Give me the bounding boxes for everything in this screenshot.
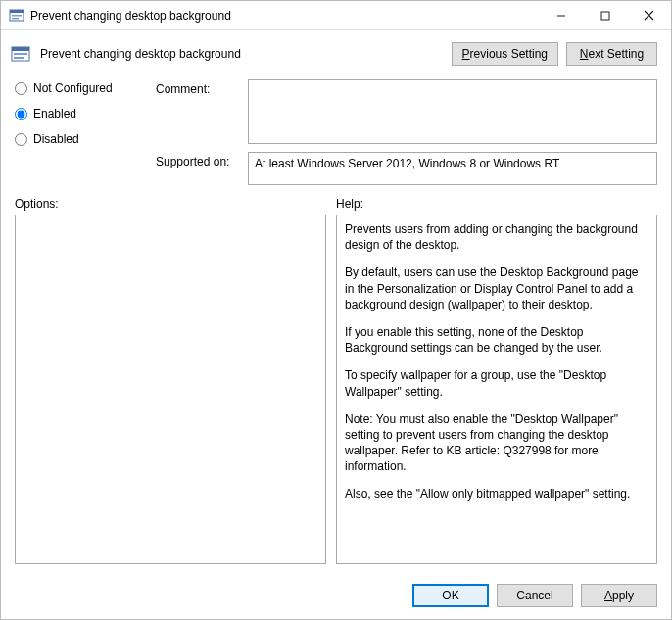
ok-button[interactable]: OK [412,584,489,607]
policy-icon [9,8,24,24]
next-label-rest: ext Setting [588,47,644,61]
options-label: Options: [15,197,336,211]
ok-label: OK [442,589,458,602]
radio-disabled-input[interactable] [15,133,27,146]
footer: OK Cancel Apply [1,574,671,619]
header: Prevent changing desktop background Prev… [1,30,671,73]
svg-rect-3 [12,18,19,20]
prev-label-rest: revious Setting [470,47,548,61]
options-pane [15,215,326,564]
next-setting-button[interactable]: Next Setting [566,42,657,66]
policy-icon-large [11,44,30,64]
supported-on-text: At least Windows Server 2012, Windows 8 … [255,157,559,170]
supported-row: Supported on: At least Windows Server 20… [156,152,657,185]
dialog-window: Prevent changing desktop background Prev… [0,0,672,620]
comment-textarea[interactable] [248,79,657,144]
help-label: Help: [336,197,657,211]
state-radios: Not Configured Enabled Disabled [15,79,152,185]
help-para: Also, see the "Allow only bitmapped wall… [345,486,648,501]
prev-mnemonic: P [462,47,470,61]
window-buttons [539,1,671,29]
help-pane[interactable]: Prevents users from adding or changing t… [336,215,657,564]
supported-label: Supported on: [156,152,242,168]
next-mnemonic: N [580,47,589,61]
apply-label-rest: pply [612,589,634,602]
cancel-label: Cancel [516,589,552,602]
config-area: Not Configured Enabled Disabled Comment:… [1,73,671,185]
svg-rect-5 [601,12,609,20]
svg-rect-9 [12,47,29,51]
apply-mnemonic: A [604,589,612,602]
radio-not-configured-label: Not Configured [33,81,113,95]
apply-button[interactable]: Apply [581,584,657,607]
help-para: Note: You must also enable the "Desktop … [345,411,648,475]
radio-enabled[interactable]: Enabled [15,107,152,120]
cancel-button[interactable]: Cancel [497,584,573,607]
titlebar: Prevent changing desktop background [1,1,671,30]
window-title: Prevent changing desktop background [30,9,539,23]
help-para: If you enable this setting, none of the … [345,324,648,356]
help-para: To specify wallpaper for a group, use th… [345,367,648,399]
body-panes: Prevents users from adding or changing t… [1,215,671,574]
radio-not-configured[interactable]: Not Configured [15,81,152,95]
radio-enabled-input[interactable] [15,108,27,120]
comment-row: Comment: [156,79,657,144]
help-para: By default, users can use the Desktop Ba… [345,264,648,312]
meta-fields: Comment: Supported on: At least Windows … [156,79,657,185]
comment-label: Comment: [156,79,242,96]
help-para: Prevents users from adding or changing t… [345,221,648,253]
policy-title: Prevent changing desktop background [38,47,444,61]
radio-not-configured-input[interactable] [15,82,27,95]
radio-disabled[interactable]: Disabled [15,132,152,146]
close-button[interactable] [627,1,671,29]
maximize-button[interactable] [583,1,627,29]
svg-rect-10 [14,53,27,55]
svg-rect-1 [10,10,24,13]
radio-disabled-label: Disabled [33,132,79,146]
radio-enabled-label: Enabled [33,107,76,120]
supported-on-box: At least Windows Server 2012, Windows 8 … [248,152,657,185]
minimize-button[interactable] [539,1,583,29]
previous-setting-button[interactable]: Previous Setting [452,42,558,66]
svg-rect-11 [14,57,24,59]
section-labels: Options: Help: [1,185,671,215]
svg-rect-2 [12,15,22,17]
